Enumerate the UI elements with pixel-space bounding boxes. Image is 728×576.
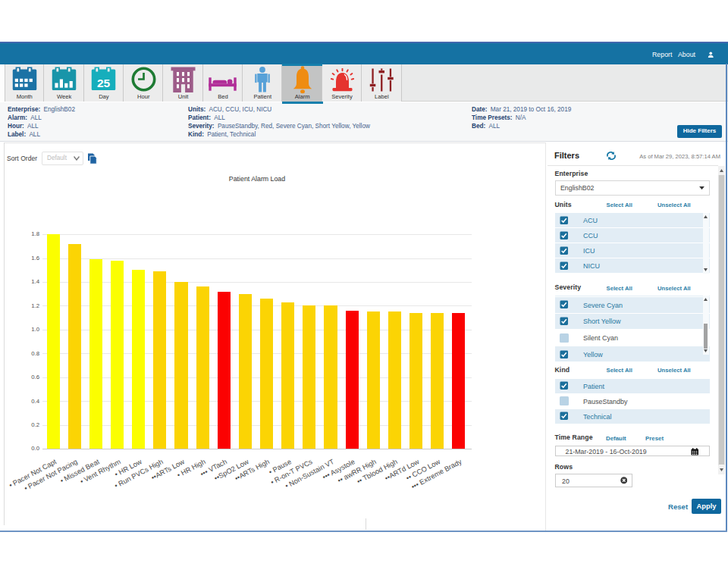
svg-text:25: 25 bbox=[97, 77, 111, 89]
